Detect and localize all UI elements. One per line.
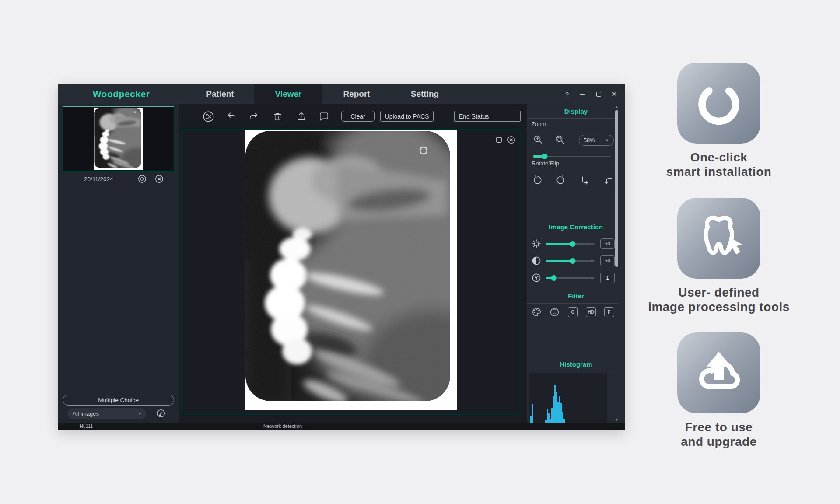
delete-button[interactable]: [270, 109, 284, 123]
thumbnail-panel: 20/11/2024 Multiple Choice All images ▾: [58, 104, 179, 423]
divider: [527, 303, 618, 304]
tooth-filter-icon: [549, 307, 560, 318]
callout-tools: User- defined image processing tools: [647, 198, 791, 314]
tools-panel: Display Zoom 58% ▼: [527, 104, 625, 423]
scrollbar-thumb[interactable]: [615, 110, 618, 267]
delete-image-icon[interactable]: [155, 175, 164, 183]
image-correction-title: Image Correction: [527, 223, 625, 231]
filter-f-button[interactable]: F: [603, 306, 615, 318]
contrast-icon: [531, 255, 542, 266]
gamma-icon: [531, 272, 542, 284]
window-controls: ? ✕: [559, 84, 622, 104]
maximize-icon: [596, 92, 601, 97]
callout-text: User- defined image processing tools: [647, 285, 791, 314]
comment-icon: [318, 110, 330, 123]
tab-setting[interactable]: Setting: [391, 84, 459, 104]
close-image-icon[interactable]: [507, 136, 515, 144]
filter-hd-label: HD: [586, 307, 596, 317]
status-bar: Hi,111 Network detection: [58, 423, 625, 430]
scroll-down-icon[interactable]: ▼: [615, 418, 619, 422]
multiple-choice-button[interactable]: Multiple Choice: [63, 395, 174, 406]
end-status-dropdown[interactable]: End Status: [454, 111, 521, 122]
app-window: Woodpecker Patient Viewer Report Setting…: [58, 84, 625, 430]
panel-scrollbar[interactable]: ▲ ▼: [615, 105, 619, 422]
slider-knob[interactable]: [542, 154, 547, 159]
filter-section-title: Filter: [527, 292, 625, 300]
filter-buttons: C HD F: [531, 306, 615, 318]
contrast-row: 50: [531, 255, 618, 266]
brightness-slider[interactable]: [546, 241, 595, 247]
zoom-level-value: 58%: [584, 137, 595, 144]
contrast-value[interactable]: 50: [600, 256, 615, 266]
palette-filter-button[interactable]: [531, 306, 542, 318]
gamma-value[interactable]: 1: [600, 273, 615, 283]
redo-button[interactable]: [247, 109, 261, 123]
redo-icon: [248, 110, 260, 123]
flip-horizontal-icon: [579, 175, 591, 187]
zoom-level-dropdown[interactable]: 58% ▼: [579, 135, 614, 146]
upload-to-pacs-button[interactable]: Upload to PACS: [380, 111, 434, 122]
histogram-chart: [529, 373, 607, 423]
power-ring-icon: [677, 63, 760, 144]
thumbnail-meta: 20/11/2024: [58, 174, 179, 184]
edit-icon[interactable]: [157, 409, 165, 418]
brightness-value[interactable]: 50: [600, 238, 615, 249]
xray-image: [245, 130, 457, 410]
thumbnail-item[interactable]: [63, 106, 174, 171]
callout-installation: One-click smart installation: [647, 63, 791, 179]
tab-patient[interactable]: Patient: [186, 84, 254, 104]
network-status[interactable]: Network detection: [263, 424, 302, 429]
trash-icon: [271, 110, 284, 123]
clear-button[interactable]: Clear: [341, 111, 374, 122]
rotate-cw-button[interactable]: [554, 174, 567, 187]
callout-text: Free to use and upgrade: [647, 420, 791, 449]
minimize-button[interactable]: [575, 84, 591, 104]
filter-hd-button[interactable]: HD: [585, 306, 597, 318]
compare-icon[interactable]: [138, 175, 147, 183]
export-icon: [295, 110, 308, 123]
tooth-filter-button[interactable]: [549, 306, 560, 318]
comment-button[interactable]: [317, 109, 331, 123]
undo-button[interactable]: [224, 109, 238, 123]
canvas-controls: [496, 136, 515, 144]
zoom-fit-icon: [554, 133, 566, 146]
chevron-down-icon: ▾: [139, 411, 141, 416]
images-filter-value: All images: [73, 410, 99, 417]
rotate-cw-icon: [555, 175, 567, 187]
tooth-analysis-button[interactable]: [201, 109, 215, 123]
rotate-ccw-icon: [531, 175, 543, 187]
zoom-label: Zoom: [532, 121, 546, 127]
divider: [527, 118, 618, 119]
histogram-section-title: Histogram: [527, 360, 625, 368]
flip-vertical-icon: [603, 175, 615, 187]
zoom-in-button[interactable]: [532, 133, 545, 146]
help-button[interactable]: ?: [559, 84, 575, 104]
app-logo: Woodpecker: [88, 84, 154, 104]
contrast-slider[interactable]: [546, 258, 595, 264]
gamma-slider[interactable]: [546, 275, 595, 281]
flip-horizontal-button[interactable]: [578, 174, 592, 187]
images-filter-dropdown[interactable]: All images ▾: [67, 408, 146, 419]
tab-viewer[interactable]: Viewer: [254, 84, 322, 104]
slider-knob[interactable]: [551, 275, 557, 281]
xray-thumbnail: [94, 108, 143, 170]
thumbnail-date: 20/11/2024: [84, 176, 113, 182]
tab-report[interactable]: Report: [322, 84, 391, 104]
filter-c-button[interactable]: C: [567, 306, 578, 318]
export-button[interactable]: [294, 109, 308, 123]
flip-vertical-button[interactable]: [602, 174, 616, 187]
zoom-slider[interactable]: [533, 154, 611, 159]
scroll-up-icon[interactable]: ▲: [615, 105, 619, 109]
slider-knob[interactable]: [570, 241, 575, 247]
close-button[interactable]: ✕: [606, 84, 622, 104]
maximize-button[interactable]: [591, 84, 606, 104]
cloud-upload-icon: [677, 332, 760, 413]
zoom-fit-button[interactable]: [553, 133, 567, 146]
nav-tabs: Patient Viewer Report Setting: [186, 84, 459, 104]
rotate-ccw-button[interactable]: [531, 174, 544, 187]
slider-knob[interactable]: [570, 258, 575, 264]
fullscreen-icon[interactable]: [496, 136, 502, 143]
brightness-row: 50: [531, 238, 618, 249]
divider: [527, 371, 618, 371]
viewer-canvas[interactable]: [182, 129, 520, 414]
